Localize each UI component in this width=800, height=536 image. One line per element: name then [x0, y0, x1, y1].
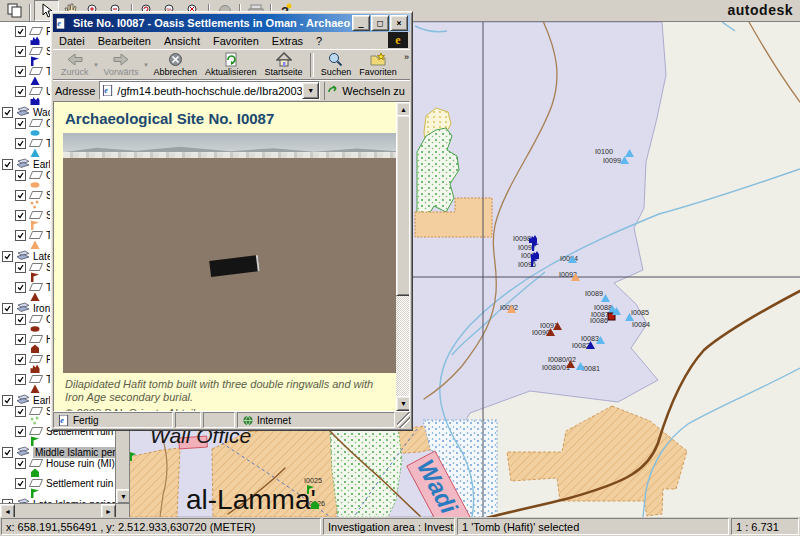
resize-grip[interactable] [397, 412, 410, 428]
layer-checkbox[interactable] [2, 107, 13, 118]
browser-titlebar[interactable]: e Site No. I0087 - Oasis Settlements in … [53, 14, 410, 32]
menu-item-favoriten[interactable]: Favoriten [213, 35, 259, 47]
layer-checkbox[interactable] [15, 26, 26, 37]
layer-checkbox[interactable] [15, 46, 26, 57]
layer-checkbox[interactable] [15, 406, 26, 417]
layer-checkbox[interactable] [2, 303, 13, 314]
layer-checkbox[interactable] [15, 118, 26, 129]
layer-checkbox[interactable] [15, 458, 26, 469]
site-label: I0100 [595, 147, 613, 156]
site-label: I0084 [632, 320, 650, 329]
layer-row[interactable]: Settlement ruin (MI) [0, 478, 116, 488]
layer-shape-icon [29, 190, 43, 201]
abbrechen-button[interactable]: Abbrechen [150, 51, 202, 79]
scroll-left-icon[interactable]: ◄ [0, 504, 15, 517]
layer-checkbox[interactable] [15, 334, 26, 345]
site-label: I0085 [631, 308, 649, 317]
browser-window: e Site No. I0087 - Oasis Settlements in … [50, 11, 413, 431]
layer-symbol-sample [0, 468, 116, 478]
layer-shape-icon [29, 118, 43, 129]
layer-shape-icon [29, 262, 43, 273]
close-icon[interactable]: × [390, 15, 408, 31]
layer-row[interactable]: House ruin (MI) [0, 458, 116, 468]
security-zone: Internet [237, 412, 395, 428]
page-icon: e [102, 85, 114, 96]
layer-shape-icon [29, 230, 43, 241]
page-scrollbar[interactable]: ▲ ▼ [396, 102, 409, 411]
layer-checkbox[interactable] [15, 354, 26, 365]
scroll-down-icon[interactable]: ▼ [116, 489, 130, 504]
layer-checkbox[interactable] [15, 86, 26, 97]
address-url[interactable]: /gfm14.beuth-hochschule.de/Ibra2003/html… [117, 85, 302, 97]
browser-toolbar: Zurück▼Vorwärts▼AbbrechenAktualisierenSt… [53, 50, 410, 80]
minimize-icon[interactable]: _ [352, 15, 370, 31]
dropdown-arrow-icon[interactable]: ▼ [93, 51, 100, 79]
layer-checkbox[interactable] [15, 66, 26, 77]
zurück-button[interactable]: Zurück [57, 51, 93, 79]
layer-checkbox[interactable] [15, 170, 26, 181]
favoriten-button[interactable]: Favoriten [355, 51, 401, 79]
photo-clipboard [209, 255, 260, 277]
site-label: I0086 [590, 316, 608, 325]
menu-item-[interactable]: ? [316, 35, 322, 47]
layer-checkbox[interactable] [15, 374, 26, 385]
go-arrow-icon [328, 85, 339, 96]
status-spacer-1 [175, 412, 201, 428]
globe-icon [242, 415, 254, 426]
layer-checkbox[interactable] [15, 426, 26, 437]
toolbar-overflow-chevron[interactable]: » [404, 52, 409, 62]
layer-checkbox[interactable] [15, 230, 26, 241]
layer-checkbox[interactable] [2, 251, 13, 262]
al-lamma-label: al-Lamma' [186, 484, 316, 515]
app-statusbar: x: 658.191,556491 , y: 2.512.933,630720 … [0, 517, 800, 536]
address-input[interactable]: e /gfm14.beuth-hochschule.de/Ibra2003/ht… [99, 81, 320, 100]
layer-shape-icon [29, 314, 43, 325]
aktualisieren-button[interactable]: Aktualisieren [201, 51, 261, 79]
suchen-button[interactable]: Suchen [317, 51, 356, 79]
layer-checkbox[interactable] [2, 159, 13, 170]
layer-group-icon [16, 106, 30, 118]
browser-title: Site No. I0087 - Oasis Settlements in Om… [73, 17, 351, 29]
application-window: %? autodesk PSTUWadiCTEarlyCSSTLate ISTI… [0, 0, 800, 536]
maximize-icon[interactable]: □ [371, 15, 389, 31]
menu-item-ansicht[interactable]: Ansicht [164, 35, 200, 47]
menu-item-datei[interactable]: Datei [59, 35, 85, 47]
browser-page: Archaeological Site No. I0087 Dilapidate… [53, 101, 410, 412]
dropdown-arrow-icon[interactable]: ▼ [143, 51, 150, 79]
layer-checkbox[interactable] [2, 395, 13, 406]
startseite-button[interactable]: Startseite [261, 51, 307, 79]
scroll-down-icon[interactable]: ▼ [396, 396, 410, 411]
address-dropdown-icon[interactable]: ▼ [302, 82, 319, 99]
site-label: I0099 [603, 156, 621, 165]
layer-checkbox[interactable] [15, 314, 26, 325]
ie-throbber-icon: e [388, 32, 408, 48]
layer-group-icon [16, 250, 30, 262]
menu-item-bearbeiten[interactable]: Bearbeiten [98, 35, 151, 47]
scroll-thumb[interactable] [396, 115, 410, 296]
browser-status-text: e Fertig [53, 412, 173, 428]
layer-checkbox[interactable] [2, 447, 13, 458]
layer-group-row[interactable]: Middle Islamic period (MI) [0, 446, 116, 458]
layer-checkbox[interactable] [15, 478, 26, 489]
menu-item-extras[interactable]: Extras [272, 35, 303, 47]
copy-icon[interactable] [3, 1, 26, 20]
vorwärts-button[interactable]: Vorwärts [100, 51, 143, 79]
site-label: I0089 [585, 289, 603, 298]
sidebar-horizontal-scrollbar[interactable]: ◄ ► [0, 503, 129, 517]
layer-checkbox[interactable] [15, 190, 26, 201]
layer-checkbox[interactable] [15, 138, 26, 149]
site-label: I0081 [582, 364, 600, 373]
browser-addressbar: Adresse e /gfm14.beuth-hochschule.de/Ibr… [53, 80, 410, 101]
layer-checkbox[interactable] [15, 262, 26, 273]
layer-shape-icon [29, 478, 43, 489]
layer-shape-icon [29, 66, 43, 77]
layer-checkbox[interactable] [15, 210, 26, 221]
svg-text:e: e [105, 86, 109, 95]
layer-checkbox[interactable] [15, 282, 26, 293]
scroll-right-icon[interactable]: ► [101, 504, 116, 517]
layer-shape-icon [29, 46, 43, 57]
layer-label: House ruin (MI) [46, 458, 115, 469]
browser-statusbar: e Fertig Internet [53, 412, 410, 428]
go-button[interactable]: Wechseln zu [324, 82, 408, 100]
autodesk-logo: autodesk [728, 2, 793, 18]
